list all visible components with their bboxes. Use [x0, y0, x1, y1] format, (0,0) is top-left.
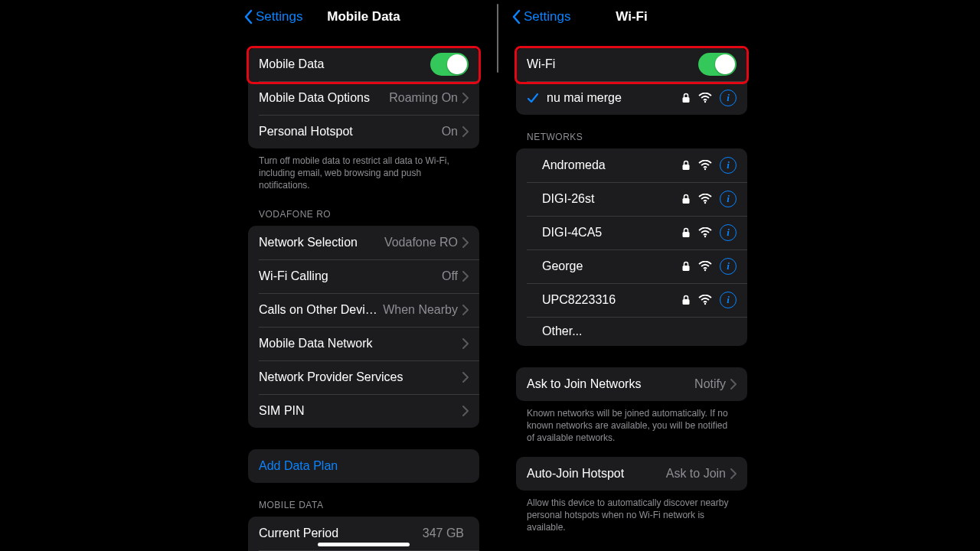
svg-point-7 [704, 236, 706, 237]
home-indicator[interactable] [318, 543, 410, 546]
other-network-row[interactable]: Other... [516, 317, 747, 346]
network-row[interactable]: George i [516, 249, 747, 283]
networks-group: Andromeda i DIGI-26st i DIGI-4CA5 [516, 148, 747, 346]
wifi-signal-icon [698, 93, 712, 103]
ask-join-group: Ask to Join Networks Notify [516, 367, 747, 401]
wifi-toggle-label: Wi-Fi [527, 57, 698, 71]
wifi-group-1: Wi-Fi nu mai merge i [516, 47, 747, 115]
network-selection-row[interactable]: Network Selection Vodafone RO [248, 226, 479, 259]
back-button[interactable]: Settings [243, 9, 302, 24]
mobile-data-toggle[interactable] [430, 53, 469, 76]
network-selection-value: Vodafone RO [384, 236, 458, 249]
network-provider-services-row[interactable]: Network Provider Services [248, 360, 479, 394]
mobile-data-footer: Turn off mobile data to restrict all dat… [259, 155, 469, 192]
info-icon[interactable]: i [720, 90, 737, 106]
pane-divider [497, 4, 498, 73]
ask-join-label: Ask to Join Networks [527, 377, 694, 391]
mobile-data-toggle-label: Mobile Data [259, 57, 430, 71]
back-label: Settings [256, 9, 302, 24]
chevron-right-icon [462, 372, 469, 383]
info-icon[interactable]: i [720, 224, 737, 241]
wifi-signal-icon [698, 160, 712, 171]
mobile-data-options-value: Roaming On [389, 91, 458, 105]
add-data-plan-label: Add Data Plan [259, 459, 469, 473]
connected-network-name: nu mai merge [547, 91, 681, 105]
ask-join-row[interactable]: Ask to Join Networks Notify [516, 367, 747, 401]
chevron-right-icon [462, 93, 469, 103]
navbar-mobile-data: Settings Mobile Data [237, 0, 490, 34]
mobile-data-pane: Settings Mobile Data Mobile Data Mobile … [237, 0, 490, 551]
carrier-section-header: VODAFONE RO [259, 209, 469, 220]
lock-icon [681, 295, 691, 305]
mobile-data-network-label: Mobile Data Network [259, 337, 462, 350]
add-data-plan-group: Add Data Plan [248, 449, 479, 483]
sim-pin-row[interactable]: SIM PIN [248, 394, 479, 428]
ask-join-footer: Known networks will be joined automatica… [527, 407, 737, 445]
wifi-pane: Settings Wi-Fi Wi-Fi nu mai merge i [505, 0, 758, 551]
chevron-right-icon [730, 468, 737, 479]
svg-point-3 [704, 168, 706, 170]
wifi-signal-icon [698, 227, 712, 238]
svg-rect-10 [683, 299, 690, 305]
auto-hotspot-footer: Allow this device to automatically disco… [527, 497, 737, 534]
connected-network-row[interactable]: nu mai merge i [516, 81, 747, 115]
wifi-toggle[interactable] [698, 53, 737, 76]
sim-pin-label: SIM PIN [259, 404, 462, 418]
auto-hotspot-group: Auto-Join Hotspot Ask to Join [516, 457, 747, 491]
lock-icon [681, 93, 691, 103]
network-name: DIGI-4CA5 [542, 226, 681, 240]
info-icon[interactable]: i [720, 191, 737, 207]
other-network-label: Other... [542, 324, 737, 338]
network-row[interactable]: DIGI-26st i [516, 182, 747, 216]
back-label: Settings [524, 9, 570, 24]
chevron-right-icon [462, 271, 469, 282]
chevron-right-icon [462, 406, 469, 416]
lock-icon [681, 261, 691, 272]
svg-rect-2 [683, 165, 690, 170]
add-data-plan-row[interactable]: Add Data Plan [248, 449, 479, 483]
mobile-data-toggle-row[interactable]: Mobile Data [248, 47, 479, 81]
carrier-group: Network Selection Vodafone RO Wi-Fi Call… [248, 226, 479, 428]
wifi-signal-icon [698, 194, 712, 204]
chevron-right-icon [730, 379, 737, 390]
svg-point-1 [704, 101, 706, 103]
calls-other-devices-row[interactable]: Calls on Other Devices When Nearby [248, 293, 479, 327]
wifi-signal-icon [698, 295, 712, 305]
network-name: UPC8223316 [542, 293, 681, 307]
info-icon[interactable]: i [720, 157, 737, 174]
info-icon[interactable]: i [720, 292, 737, 308]
svg-point-9 [704, 269, 706, 271]
checkmark-icon [527, 92, 539, 104]
back-button[interactable]: Settings [511, 9, 570, 24]
wifi-signal-icon [698, 261, 712, 272]
current-period-label: Current Period [259, 527, 423, 540]
personal-hotspot-value: On [442, 125, 458, 139]
personal-hotspot-label: Personal Hotspot [259, 125, 442, 139]
network-row[interactable]: UPC8223316 i [516, 283, 747, 317]
network-name: DIGI-26st [542, 192, 681, 206]
auto-hotspot-row[interactable]: Auto-Join Hotspot Ask to Join [516, 457, 747, 491]
network-row[interactable]: Andromeda i [516, 148, 747, 182]
info-icon[interactable]: i [720, 258, 737, 275]
mobile-data-group-1: Mobile Data Mobile Data Options Roaming … [248, 47, 479, 148]
calls-other-devices-label: Calls on Other Devices [259, 303, 383, 317]
svg-point-11 [704, 303, 706, 305]
navbar-wifi: Settings Wi-Fi [505, 0, 758, 34]
lock-icon [681, 160, 691, 171]
chevron-left-icon [243, 9, 253, 24]
auto-hotspot-value: Ask to Join [666, 467, 726, 481]
wifi-toggle-row[interactable]: Wi-Fi [516, 47, 747, 81]
personal-hotspot-row[interactable]: Personal Hotspot On [248, 115, 479, 148]
wifi-calling-row[interactable]: Wi-Fi Calling Off [248, 259, 479, 293]
svg-rect-0 [683, 97, 690, 103]
svg-rect-6 [683, 232, 690, 237]
ask-join-value: Notify [694, 377, 726, 391]
lock-icon [681, 194, 691, 204]
network-name: George [542, 259, 681, 273]
network-name: Andromeda [542, 158, 681, 172]
mobile-data-options-row[interactable]: Mobile Data Options Roaming On [248, 81, 479, 115]
mobile-data-options-label: Mobile Data Options [259, 91, 389, 105]
networks-section-header: NETWORKS [527, 132, 737, 142]
mobile-data-network-row[interactable]: Mobile Data Network [248, 327, 479, 360]
network-row[interactable]: DIGI-4CA5 i [516, 216, 747, 249]
